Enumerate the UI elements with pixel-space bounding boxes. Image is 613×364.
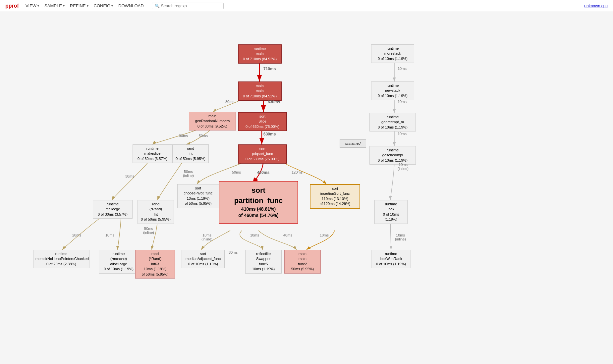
node-main-genRandomNumbers[interactable]: main genRandomNumbers 0 of 80ms (9.52%) — [189, 112, 236, 130]
node-rand-rand-int[interactable]: rand (*Rand) Int 0 of 50ms (5.95%) — [138, 200, 174, 224]
node-sort-pdqsort[interactable]: sort pdqsort_func 0 of 630ms (75.00%) — [238, 144, 287, 164]
node-sort-slice-line1: sort — [241, 114, 284, 119]
node-runtime-goschedimpl[interactable]: runtime goschedImpl 0 of 10ms (1.19%) — [369, 146, 416, 165]
edge-label-10ms-insertion: 10ms — [320, 233, 329, 237]
edge-label-50ms-1: 50ms — [199, 134, 208, 138]
node-runtime-lock[interactable]: runtime lock 0 of 10ms (1.19%) — [374, 200, 408, 224]
node-mallocgc-line3: 0 of 30ms (3.57%) — [95, 212, 130, 217]
node-runtime-main-line2: main — [241, 51, 279, 56]
node-rand-int-line1: rand — [175, 146, 206, 151]
node-unnamed[interactable]: unnamed — [340, 139, 366, 148]
logo[interactable]: pprof — [5, 3, 19, 9]
node-mallocgc-line1: runtime — [95, 202, 130, 207]
arrows-svg — [0, 12, 613, 364]
header: pprof VIEW ▾ SAMPLE ▾ REFINE ▾ CONFIG ▾ … — [0, 0, 613, 12]
nav-config[interactable]: CONFIG ▾ — [94, 3, 113, 8]
edge-label-10ms-reflectlite: 10ms — [250, 233, 259, 237]
edge-label-50ms-inline-2: 50ms(inline) — [143, 227, 154, 234]
search-box[interactable]: 🔍 — [152, 3, 224, 9]
node-runtime-mcache-alloclarge[interactable]: runtime (*mcache) allocLarge 0 of 10ms (… — [99, 250, 139, 274]
node-func2-line3: func2 — [287, 262, 318, 267]
node-partition-sub1: partition_func — [223, 196, 294, 206]
node-pdqsort-line2: pdqsort_func — [241, 151, 284, 156]
node-genRandom-line2: genRandomNumbers — [191, 119, 234, 124]
canvas-area: runtime main 0 of 710ms (84.52%) main ma… — [0, 12, 613, 364]
node-insertionSort-line4: of 120ms (14.29%) — [312, 201, 358, 206]
node-choosePivot-line2: choosePivot_func — [180, 191, 217, 196]
node-lockWithRank-line2: lockWithRank — [373, 256, 409, 261]
edge-label-50ms-inline: 50ms(inline) — [183, 170, 194, 178]
refine-arrow-icon: ▾ — [87, 4, 88, 8]
node-rand-rand-int-line1: rand — [140, 202, 172, 207]
node-main-main-func2[interactable]: main main func2 50ms (5.95%) — [284, 250, 321, 274]
node-lockWithRank-line1: runtime — [373, 251, 409, 256]
node-choosePivot-line3: 10ms (1.19%) — [180, 196, 217, 201]
edge-label-460ms: 460ms — [257, 170, 269, 175]
node-rand-rand-int-line3: Int — [140, 212, 172, 217]
node-goschedImpl-line2: goschedImpl — [372, 153, 414, 158]
nav-view[interactable]: VIEW ▾ — [26, 3, 39, 8]
node-gopreempt-line1: runtime — [372, 115, 414, 120]
edge-label-30ms-1: 30ms — [179, 134, 188, 138]
node-rand-rand-int63[interactable]: rand (*Rand) Int63 10ms (1.19%) of 50ms … — [135, 250, 175, 279]
node-pdqsort-line3: 0 of 630ms (75.00%) — [241, 157, 284, 162]
node-lockWithRank-line3: 0 of 10ms (1.19%) — [373, 262, 409, 267]
node-runtime-makeslice[interactable]: runtime makeslice 0 of 30ms (3.57%) — [133, 144, 172, 163]
node-lock-line3: 0 of 10ms (1.19%) — [377, 212, 405, 222]
node-runtime-gopreempt[interactable]: runtime gopreempt_m 0 of 10ms (1.19%) — [369, 113, 416, 131]
node-sort-slice-line3: 0 of 630ms (75.00%) — [241, 124, 284, 129]
node-runtime-morestack[interactable]: runtime morestack 0 of 10ms (1.19%) — [371, 44, 414, 63]
edge-label-30ms-2: 30ms — [125, 174, 134, 178]
edge-label-80ms: 80ms — [225, 100, 234, 104]
node-sort-insertionSort[interactable]: sort insertionSort_func 110ms (13.10%) o… — [310, 184, 360, 209]
node-unnamed-label: unnamed — [342, 141, 364, 146]
node-sort-slice-line2: Slice — [241, 119, 284, 124]
node-func2-line2: main — [287, 256, 318, 261]
node-swapper-line2: Swapper — [248, 256, 279, 261]
node-main-main-line2: main — [241, 88, 279, 93]
node-insertionSort-line1: sort — [312, 186, 358, 191]
node-goschedImpl-line3: 0 of 10ms (1.19%) — [372, 158, 414, 163]
node-int63-line5: of 50ms (5.95%) — [138, 272, 173, 277]
node-alloclarge-line4: 0 of 10ms (1.19%) — [101, 267, 136, 272]
edge-label-10ms-lock: 10ms(inline) — [395, 233, 406, 241]
node-sort-slice[interactable]: sort Slice 0 of 630ms (75.00%) — [238, 112, 287, 131]
node-runtime-memclr[interactable]: runtime memclrNoHeapPointersChunked 0 of… — [33, 250, 89, 268]
node-runtime-main[interactable]: runtime main 0 of 710ms (84.52%) — [238, 44, 282, 64]
node-main-main-line3: 0 of 710ms (84.52%) — [241, 94, 279, 99]
nav-refine[interactable]: REFINE ▾ — [70, 3, 88, 8]
node-runtime-mallocgc[interactable]: runtime mallocgc 0 of 30ms (3.57%) — [93, 200, 133, 219]
node-reflectlite-swapper[interactable]: reflectlite Swapper func5 10ms (1.19%) — [245, 250, 282, 274]
search-input[interactable] — [161, 4, 221, 8]
node-sort-choosePivot[interactable]: sort choosePivot_func 10ms (1.19%) of 50… — [177, 184, 219, 208]
node-choosePivot-line1: sort — [180, 186, 217, 191]
config-arrow-icon: ▾ — [111, 4, 113, 8]
node-sort-medianAdjacent[interactable]: sort medianAdjacent_func 0 of 10ms (1.19… — [182, 250, 225, 268]
node-runtime-newstack[interactable]: runtime newstack 0 of 10ms (1.19%) — [371, 81, 414, 100]
unknown-cpu-link[interactable]: unknown cpu — [584, 4, 608, 8]
node-int63-line3: Int63 — [138, 262, 173, 267]
edge-label-710ms: 710ms — [263, 67, 276, 71]
node-memclr-line1: runtime — [35, 251, 87, 256]
node-partition-sub3: of 460ms (54.76%) — [223, 212, 294, 219]
node-rand-int-line3: 0 of 50ms (5.95%) — [175, 156, 206, 161]
node-runtime-lockWithRank[interactable]: runtime lockWithRank 0 of 10ms (1.19%) — [371, 250, 411, 268]
edge-label-120ms: 120ms — [292, 170, 303, 174]
node-rand-int[interactable]: rand Int 0 of 50ms (5.95%) — [172, 144, 209, 163]
edge-label-50ms-partition: 50ms — [232, 170, 241, 174]
edge-label-10ms-morestack: 10ms — [398, 67, 407, 71]
node-sort-partition-func[interactable]: sort partition_func 410ms (48.81%) of 46… — [219, 181, 298, 224]
node-runtime-main-line1: runtime — [241, 46, 279, 51]
main-canvas: runtime main 0 of 710ms (84.52%) main ma… — [0, 12, 613, 364]
node-rand-int-line2: Int — [175, 151, 206, 156]
node-genRandom-line3: 0 of 80ms (9.52%) — [191, 124, 234, 129]
edge-label-20ms: 20ms — [72, 233, 81, 237]
node-swapper-line4: 10ms (1.19%) — [248, 267, 279, 272]
node-main-main[interactable]: main main 0 of 710ms (84.52%) — [238, 81, 282, 101]
nav-sample[interactable]: SAMPLE ▾ — [44, 3, 65, 8]
edge-label-10ms-inline-median: 10ms(inline) — [201, 233, 212, 241]
node-newstack-line3: 0 of 10ms (1.19%) — [373, 93, 412, 98]
nav-download[interactable]: DOWNLOAD — [118, 3, 144, 8]
node-partition-title: sort — [223, 185, 294, 196]
node-lock-line2: lock — [377, 207, 405, 212]
